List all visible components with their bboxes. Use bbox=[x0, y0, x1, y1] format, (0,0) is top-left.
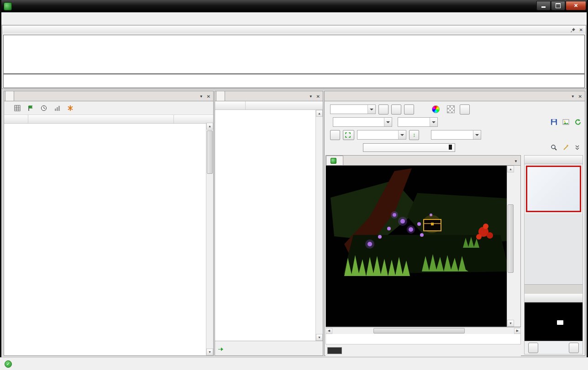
channel-blue-button[interactable] bbox=[404, 104, 414, 115]
pin-icon[interactable] bbox=[570, 27, 576, 33]
zoom-range-icon[interactable] bbox=[549, 143, 558, 152]
api-calls-scrollbar[interactable]: ▲ ▼ bbox=[315, 110, 323, 341]
scroll-right-icon[interactable]: ▶ bbox=[514, 328, 521, 334]
colorwheel-button[interactable] bbox=[430, 104, 442, 115]
bookmark-asterisk-icon[interactable] bbox=[66, 104, 75, 113]
overlay-select[interactable] bbox=[431, 130, 481, 140]
scroll-up-icon[interactable]: ▲ bbox=[206, 123, 213, 130]
scroll-up-icon[interactable]: ▲ bbox=[507, 166, 514, 172]
clears-triangle-icon bbox=[18, 77, 24, 82]
menubar bbox=[0, 12, 588, 25]
texture-list-chevron-icon[interactable]: ▼ bbox=[514, 160, 518, 163]
titlebar[interactable]: ✕ bbox=[0, 0, 588, 12]
timeline-close-icon[interactable]: ✕ bbox=[579, 28, 583, 32]
export-image-icon[interactable] bbox=[561, 118, 570, 127]
zoom-1to1-button[interactable] bbox=[330, 130, 340, 140]
api-calls-close-icon[interactable]: ✕ bbox=[316, 94, 320, 99]
texture-display: ▼ bbox=[326, 155, 521, 356]
timeline-header[interactable]: ✕ bbox=[2, 25, 586, 35]
chevron-down-icon[interactable]: ▼ bbox=[571, 95, 575, 99]
chevron-down-icon[interactable]: ▼ bbox=[200, 95, 203, 99]
event-browser-panel: ▼ ✕ bbox=[4, 91, 214, 356]
channel-red-button[interactable] bbox=[378, 104, 388, 115]
tab-texture-unbound[interactable] bbox=[326, 156, 343, 165]
tab-event-browser[interactable] bbox=[5, 91, 14, 101]
outputs-header bbox=[525, 156, 583, 164]
chevron-down-icon[interactable]: ▼ bbox=[309, 95, 313, 99]
toolbar-overflow-icon[interactable] bbox=[573, 143, 582, 152]
texture-horizontal-scrollbar[interactable]: ◀ ▶ bbox=[326, 327, 521, 334]
channel-alpha-button[interactable] bbox=[417, 104, 427, 115]
texture-tab-icon bbox=[331, 158, 336, 164]
chevron-down-icon bbox=[384, 118, 392, 126]
timeline-usage-label bbox=[5, 77, 26, 82]
fit-icon bbox=[345, 132, 351, 138]
callstack-arrow-icon bbox=[218, 346, 224, 351]
scroll-down-icon[interactable]: ▼ bbox=[316, 334, 323, 341]
maximize-button[interactable] bbox=[551, 1, 565, 10]
time-durations-icon[interactable] bbox=[39, 104, 48, 113]
range-slider-handle[interactable] bbox=[449, 145, 452, 150]
timeline-panel: ✕ bbox=[2, 25, 586, 89]
debug-button[interactable] bbox=[569, 343, 579, 353]
goto-flag-icon[interactable] bbox=[26, 104, 35, 113]
gamma-button[interactable] bbox=[460, 104, 470, 115]
timeline-usage-area bbox=[3, 74, 585, 88]
scroll-left-icon[interactable]: ◀ bbox=[326, 328, 332, 334]
refresh-icon[interactable] bbox=[573, 118, 582, 127]
fb0-thumbnail[interactable] bbox=[526, 166, 581, 212]
timeline-track-area bbox=[3, 35, 585, 74]
scroll-up-icon[interactable]: ▲ bbox=[316, 110, 323, 117]
sliceface-select[interactable] bbox=[398, 117, 438, 127]
zoom-select[interactable] bbox=[357, 130, 406, 140]
chevron-down-icon bbox=[398, 130, 406, 139]
event-browser-toolbar bbox=[4, 101, 213, 115]
col-api-call bbox=[246, 101, 323, 109]
picked-color-swatch bbox=[327, 347, 342, 354]
api-calls-column-headers[interactable] bbox=[215, 101, 323, 110]
pixel-context-highlight bbox=[557, 320, 563, 325]
texture-status-text bbox=[326, 334, 521, 344]
checkerboard-icon bbox=[447, 105, 455, 113]
autofit-wand-icon[interactable] bbox=[561, 143, 570, 152]
browse-icon[interactable] bbox=[13, 104, 22, 113]
col-eid bbox=[4, 115, 28, 123]
mip-select[interactable] bbox=[333, 117, 392, 127]
channels-select[interactable] bbox=[330, 104, 376, 114]
range-slider[interactable] bbox=[363, 143, 455, 152]
save-icon[interactable] bbox=[549, 118, 558, 127]
event-browser-close-icon[interactable]: ✕ bbox=[207, 94, 210, 99]
minimize-button[interactable] bbox=[536, 1, 551, 10]
scroll-down-icon[interactable]: ▼ bbox=[206, 349, 213, 355]
renderdoc-logo-icon bbox=[4, 2, 12, 10]
texture-vertical-scrollbar[interactable]: ▲ ▼ bbox=[507, 166, 514, 327]
close-icon: ✕ bbox=[574, 3, 578, 9]
outputs-column bbox=[524, 155, 583, 354]
pixel-context-view[interactable] bbox=[525, 302, 583, 341]
status-ok-icon: ✓ bbox=[5, 360, 12, 368]
texture-viewer-toolbar: ↕ bbox=[325, 101, 585, 155]
scroll-down-icon[interactable]: ▼ bbox=[507, 320, 514, 327]
event-browser-scrollbar[interactable]: ▲ ▼ bbox=[206, 123, 213, 355]
stats-icon[interactable] bbox=[52, 104, 62, 113]
reads-triangle-icon bbox=[8, 77, 14, 82]
checkerboard-button[interactable] bbox=[445, 104, 457, 115]
texture-image[interactable]: ▲ ▼ bbox=[326, 166, 514, 327]
col-eid bbox=[215, 101, 246, 109]
flip-y-icon: ↕ bbox=[413, 132, 415, 138]
chevron-down-icon bbox=[368, 105, 375, 114]
colorwheel-icon bbox=[432, 105, 440, 113]
event-browser-column-headers[interactable] bbox=[4, 115, 213, 124]
callstack-section[interactable] bbox=[215, 341, 323, 355]
api-calls-panel: ▼ ✕ ▲ ▼ bbox=[215, 91, 323, 356]
panel-close-icon[interactable]: ✕ bbox=[578, 94, 582, 99]
flip-y-button[interactable]: ↕ bbox=[409, 130, 419, 140]
tab-api-calls[interactable] bbox=[216, 91, 225, 101]
timeline-body[interactable] bbox=[2, 34, 586, 89]
zoom-fit-button[interactable] bbox=[343, 130, 354, 140]
channel-green-button[interactable] bbox=[391, 104, 401, 115]
close-button[interactable]: ✕ bbox=[566, 1, 586, 10]
status-bar: ✓ bbox=[0, 357, 588, 370]
history-button[interactable] bbox=[528, 343, 538, 353]
event-browser-rows bbox=[4, 124, 213, 355]
